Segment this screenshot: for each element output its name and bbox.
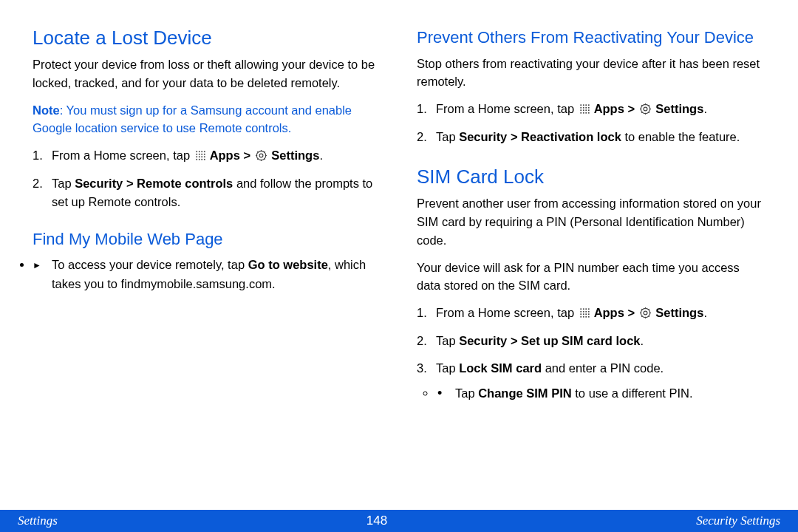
change-sim-pin-label: Change SIM PIN (478, 386, 572, 400)
find-my-mobile-item: To access your device remotely, tap Go t… (33, 256, 381, 293)
footer-left: Settings (18, 514, 58, 528)
text: Tap (455, 386, 478, 400)
settings-label: Settings (652, 306, 704, 319)
heading-find-my-mobile: Find My Mobile Web Page (33, 228, 381, 250)
heading-prevent-reactivating: Prevent Others From Reactivating Your De… (417, 27, 765, 49)
text: Tap (436, 334, 459, 347)
sim-lock-intro-1: Prevent another user from accessing info… (417, 194, 765, 249)
footer-page-number: 148 (366, 514, 387, 528)
settings-gear-icon (640, 101, 651, 112)
security-reactivation-lock-label: Security > Reactivation lock (459, 130, 621, 143)
reactivation-intro: Stop others from reactivating your devic… (417, 55, 765, 92)
apps-label: Apps > (591, 102, 638, 115)
text: From a Home screen, tap (52, 149, 194, 162)
reactivation-step-1: From a Home screen, tap Apps > Settings. (417, 100, 765, 119)
text: Tap (436, 130, 459, 143)
text: to use a different PIN. (572, 386, 693, 400)
sim-sub-list: Tap Change SIM PIN to use a different PI… (436, 384, 765, 403)
sim-lock-steps: From a Home screen, tap Apps > Settings.… (417, 304, 765, 403)
apps-grid-icon (579, 307, 590, 318)
sim-step-1: From a Home screen, tap Apps > Settings. (417, 304, 765, 323)
sim-step-2: Tap Security > Set up SIM card lock. (417, 332, 765, 351)
note-label: Note (33, 103, 60, 117)
locate-note: Note: You must sign up for a Samsung acc… (33, 101, 381, 138)
apps-label: Apps > (591, 306, 638, 319)
text: to enable the feature. (621, 130, 740, 143)
text: From a Home screen, tap (436, 306, 578, 319)
text: . (703, 306, 707, 319)
left-column: Locate a Lost Device Protect your device… (33, 27, 381, 502)
page-footer: Settings 148 Security Settings (0, 510, 798, 532)
reactivation-steps: From a Home screen, tap Apps > Settings.… (417, 100, 765, 146)
go-to-website-label: Go to website (248, 258, 328, 271)
settings-gear-icon (640, 305, 651, 316)
text: Tap (52, 177, 75, 190)
security-setup-sim-lock-label: Security > Set up SIM card lock (459, 334, 640, 347)
footer-right: Security Settings (696, 514, 780, 528)
sim-sub-item: Tap Change SIM PIN to use a different PI… (436, 384, 765, 403)
text: . (640, 334, 644, 347)
text: . (272, 277, 276, 290)
text: . (703, 102, 707, 115)
apps-label: Apps > (207, 149, 254, 162)
locate-intro-text: Protect your device from loss or theft a… (33, 55, 381, 92)
heading-locate-lost-device: Locate a Lost Device (33, 27, 381, 50)
reactivation-step-2: Tap Security > Reactivation lock to enab… (417, 128, 765, 147)
locate-step-2: Tap Security > Remote controls and follo… (33, 174, 381, 212)
text: . (319, 149, 323, 162)
apps-grid-icon (579, 103, 590, 114)
page-body: Locate a Lost Device Protect your device… (0, 0, 798, 502)
right-column: Prevent Others From Reactivating Your De… (417, 27, 765, 502)
heading-sim-card-lock: SIM Card Lock (417, 166, 765, 188)
locate-steps: From a Home screen, tap Apps > Settings.… (33, 146, 381, 212)
apps-grid-icon (195, 150, 205, 160)
findmymobile-url[interactable]: findmymobile.samsung.com (121, 277, 273, 290)
text: and enter a PIN code. (542, 361, 664, 375)
sim-lock-intro-2: Your device will ask for a PIN number ea… (417, 259, 765, 296)
text: Tap (436, 361, 459, 375)
settings-gear-icon (256, 148, 267, 159)
settings-label: Settings (652, 102, 704, 115)
find-my-mobile-list: To access your device remotely, tap Go t… (33, 256, 381, 293)
text: From a Home screen, tap (436, 102, 578, 115)
sim-step-3: Tap Lock SIM card and enter a PIN code. … (417, 359, 765, 403)
note-body: : You must sign up for a Samsung account… (33, 103, 352, 135)
locate-step-1: From a Home screen, tap Apps > Settings. (33, 146, 381, 166)
security-remote-controls-label: Security > Remote controls (75, 177, 233, 190)
text: To access your device remotely, tap (52, 258, 248, 271)
lock-sim-card-label: Lock SIM card (459, 361, 542, 375)
settings-label: Settings (268, 149, 320, 162)
